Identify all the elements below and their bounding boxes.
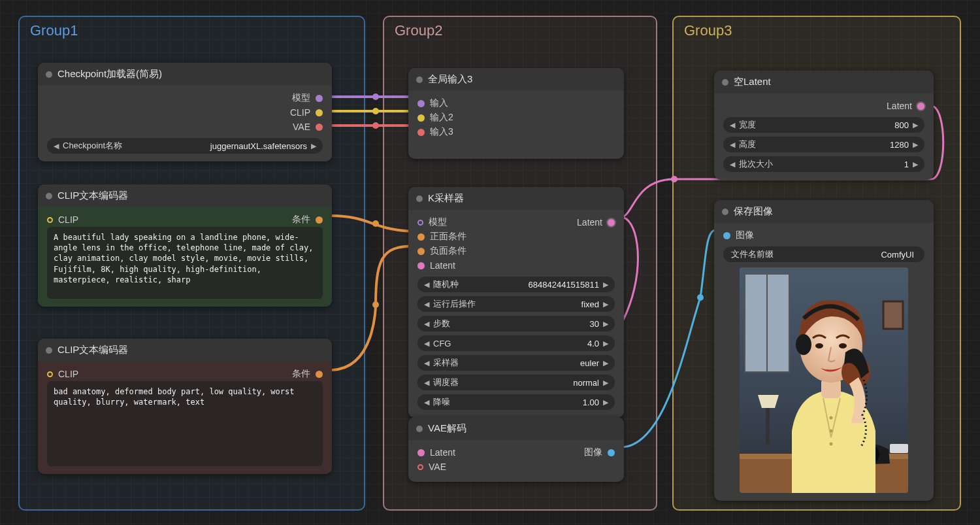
node-vae-decode[interactable]: VAE解码 Latent 图像 VAE [408,417,624,482]
in-vae[interactable]: VAE [429,462,446,472]
svg-point-4 [372,301,379,308]
scheduler-widget[interactable]: ◀调度器normal▶ [417,375,615,390]
out-image: 图像 [584,447,602,458]
seed-widget[interactable]: ◀随机种684842441515811▶ [417,277,615,292]
svg-rect-11 [883,301,903,329]
node-save-image[interactable]: 保存图像 图像 文件名前缀 ComfyUI [714,200,934,501]
node-global-inputs[interactable]: 全局输入3 输入 输入2 输入3 [408,68,624,159]
svg-point-17 [830,430,833,433]
out-model: 模型 [292,92,310,104]
out-vae: VAE [293,122,310,132]
output-image-preview[interactable] [740,267,908,493]
negative-prompt-textarea[interactable]: bad anatomy, deformed body part, low qua… [47,381,323,466]
out-cond: 条件 [292,368,310,380]
height-widget[interactable]: ◀高度1280▶ [723,137,924,152]
filename-prefix-widget[interactable]: 文件名前缀 ComfyUI [723,246,924,262]
group-2-title: Group2 [384,17,656,43]
in-positive[interactable]: 正面条件 [430,231,466,243]
sampler-widget[interactable]: ◀采样器euler▶ [417,355,615,371]
in-2[interactable]: 输入2 [430,112,453,124]
svg-point-16 [830,416,833,420]
svg-point-1 [372,108,379,114]
svg-point-24 [839,343,847,348]
positive-prompt-textarea[interactable]: A beautiful lady speaking on a landline … [47,227,323,299]
svg-point-3 [372,220,379,227]
checkpoint-name-widget[interactable]: ◀ Checkpoint名称 juggernautXL.safetensors … [47,138,323,154]
denoise-widget[interactable]: ◀降噪1.00▶ [417,394,615,410]
svg-point-18 [830,443,833,446]
in-latent[interactable]: Latent [430,447,455,458]
out-latent: Latent [887,101,912,111]
cfg-widget[interactable]: ◀CFG4.0▶ [417,335,615,351]
width-widget[interactable]: ◀宽度800▶ [723,117,924,133]
in-1[interactable]: 输入 [430,97,448,109]
group-1-title: Group1 [20,17,364,43]
node-clip-encode-positive[interactable]: CLIP文本编码器 CLIP 条件 A beautiful lady speak… [38,184,332,307]
out-cond: 条件 [292,214,310,226]
out-latent: Latent [577,217,602,228]
node-ksampler[interactable]: K采样器 模型 Latent 正面条件 负面条件 Latent ◀随机种6848… [408,187,624,418]
svg-point-2 [372,122,379,129]
svg-point-22 [796,334,811,355]
batch-widget[interactable]: ◀批次大小1▶ [723,156,924,172]
svg-rect-25 [890,444,908,453]
node-empty-latent[interactable]: 空Latent Latent ◀宽度800▶ ◀高度1280▶ ◀批次大小1▶ [714,71,934,180]
group-3-title: Group3 [674,17,960,43]
steps-widget[interactable]: ◀步数30▶ [417,316,615,331]
in-latent[interactable]: Latent [430,260,455,271]
svg-point-0 [372,93,379,100]
prev-arrow-icon[interactable]: ◀ [54,142,59,150]
svg-point-23 [815,343,823,348]
out-clip: CLIP [290,107,310,118]
in-clip[interactable]: CLIP [58,214,78,225]
in-model[interactable]: 模型 [429,216,447,228]
in-3[interactable]: 输入3 [430,126,453,138]
after-gen-widget[interactable]: ◀运行后操作fixed▶ [417,296,615,312]
node-clip-encode-negative[interactable]: CLIP文本编码器 CLIP 条件 bad anatomy, deformed … [38,339,332,474]
in-image[interactable]: 图像 [736,229,754,241]
next-arrow-icon[interactable]: ▶ [311,142,316,150]
in-clip[interactable]: CLIP [58,369,78,379]
in-negative[interactable]: 负面条件 [430,245,466,257]
node-checkpoint-loader[interactable]: Checkpoint加载器(简易) 模型 CLIP VAE ◀ Checkpoi… [38,63,332,161]
node-title: Checkpoint加载器(简易) [57,68,162,80]
